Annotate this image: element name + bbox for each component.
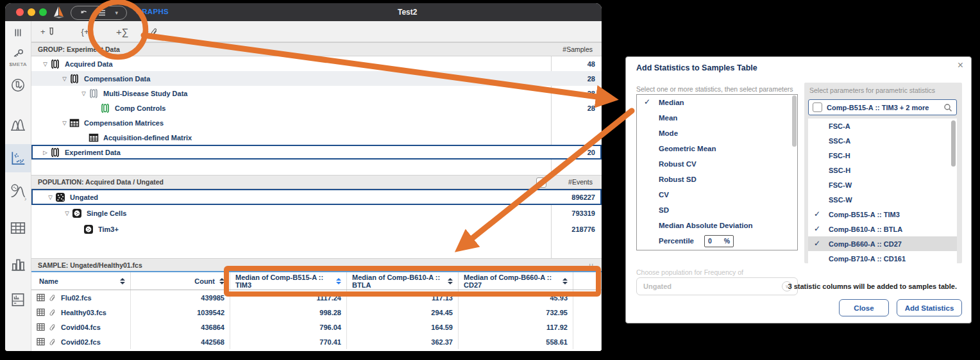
population-icon [83,224,94,234]
column-header-median-tim3[interactable]: Median of Comp-B515-A :: TIM3 [230,272,347,290]
minimize-window-button[interactable] [28,8,35,16]
sidebar-item-qc[interactable] [5,78,31,93]
sort-icon[interactable] [448,278,453,284]
parameter-filter-box[interactable]: Comp-B515-A :: TIM3 + 2 more [808,99,957,115]
sidebar-item-graph-window[interactable] [5,144,31,172]
tree-expander-icon[interactable]: ▷ [40,149,50,156]
select-all-checkbox[interactable] [813,102,822,112]
median-cd27-value: 117.92 [459,320,573,334]
sidebar-item-report[interactable] [5,291,31,308]
undo-icon[interactable] [80,8,89,17]
column-header-name[interactable]: Name [31,272,131,290]
sort-icon[interactable] [336,278,341,284]
tree-expander-icon[interactable]: ▽ [62,210,72,217]
sort-icon[interactable] [120,278,125,284]
median-tim3-value: 1117.24 [230,290,347,305]
parameter-option[interactable]: ✓ Comp-B660-A :: CD27 [808,236,957,251]
add-keyword-button[interactable]: + [144,27,158,37]
scrollbar-thumb[interactable] [951,120,956,167]
close-icon[interactable]: × [958,60,963,71]
tree-expander-icon[interactable]: ▽ [79,90,89,97]
frequency-label: Choose population for Frequency of [636,268,743,276]
parameter-option[interactable]: ✓ SSC-H [808,163,957,177]
parameter-option[interactable]: ✓ Comp-B515-A :: TIM3 [808,207,957,222]
statistic-option[interactable]: ✓ Percentile % [637,233,797,249]
parameter-option[interactable]: ✓ Comp-B710-A :: CD161 [808,251,957,263]
sidebar-item-table[interactable] [5,220,31,236]
sample-table-row[interactable]: Healthy03.fcs 1039542 998.28 294.45 732.… [31,305,602,320]
group-tree-row[interactable]: ▽ Multi-Disease Study Data 28 [31,86,602,101]
statistic-option[interactable]: ✓ Median [637,95,797,110]
statistic-option[interactable]: ✓ CV [637,187,797,202]
samples-panel: SAMPLE: Ungated/Healthy01.fcs ∪ Name Cou… [31,258,602,351]
events-column-header[interactable]: #Events [548,178,596,186]
paperclip-icon [150,28,158,36]
parameter-option[interactable]: ✓ FSC-A [808,119,957,133]
tree-expander-icon[interactable]: ▽ [60,76,69,82]
group-tree-row[interactable]: Comp Controls 28 [31,101,602,115]
app-logo-icon [53,6,65,19]
parameter-option[interactable]: ✓ Comp-B610-A :: BTLA [808,222,957,236]
parameter-option[interactable]: ✓ SSC-A [808,133,957,148]
sidebar-item-gating[interactable]: › [5,183,31,199]
scrollbar-thumb[interactable] [792,95,797,147]
statistic-option[interactable]: ✓ Median Absolute Deviation [637,218,797,233]
sort-icon[interactable] [219,278,224,284]
group-tree-row[interactable]: ▽ Compensation Data 28 [31,71,602,86]
parameter-option[interactable]: ✓ FSC-H [808,148,957,163]
add-statistics-button[interactable]: Add Statistics [897,299,962,316]
sort-icon[interactable] [562,278,568,284]
zoom-window-button[interactable] [39,8,47,16]
sidebar-item-bar-chart[interactable] [5,256,31,272]
sample-table-row[interactable]: Covid04.fcs 436864 796.04 164.59 117.92 [31,320,602,334]
add-statistic-button[interactable]: +∑ [116,26,128,37]
population-tree-row[interactable]: ▽ Ungated 896227 [31,189,602,205]
statistic-label: Mean [659,114,677,122]
table-options-icon[interactable]: ∪ [589,261,594,270]
sample-table-row[interactable]: Covid02.fcs 442568 770.41 362.37 558.61 [31,334,602,349]
tree-expander-icon[interactable]: ▽ [60,120,69,126]
column-header-median-btla[interactable]: Median of Comp-B610-A :: BTLA [347,272,459,290]
tab-graphs[interactable]: GRAPHS [136,8,169,15]
scatter-plot-icon [10,150,26,167]
caret-down-icon[interactable]: ▾ [115,10,119,16]
sidebar-item-histogram[interactable] [5,116,31,133]
tree-expander-icon[interactable]: ▽ [40,61,50,67]
samples-column-header[interactable]: #Samples [548,45,596,53]
sidebar-item-panel-toggle[interactable] [5,26,31,40]
list-icon[interactable] [97,8,106,17]
statistic-option[interactable]: ✓ Geometric Mean [637,141,797,156]
dialog-title: Add Statistics to Samples Table [636,63,757,72]
parameter-option[interactable]: ✓ FSC-W [808,177,957,192]
group-tree-row[interactable]: ▽ Compensation Matrices [31,115,602,130]
population-tree-row[interactable]: ▽ Single Cells 793319 [31,205,602,221]
add-group-button[interactable]: {+} [81,27,92,37]
sample-table-row[interactable]: Flu02.fcs 439985 1117.24 117.13 45.93 [31,290,602,305]
statistic-option[interactable]: ✓ Mode [637,126,797,141]
statistic-option[interactable]: ✓ Robust SD [637,172,797,187]
group-tree-row[interactable]: ▽ Acquired Data 48 [31,56,602,71]
statistic-option[interactable]: ✓ SD [637,202,797,218]
group-header-label: GROUP: Experiment Data [38,45,120,53]
column-header-median-cd27[interactable]: Median of Comp-B660-A :: CD27 [459,272,573,290]
close-window-button[interactable] [16,8,24,16]
percentile-input[interactable] [708,237,720,245]
close-button[interactable]: Close [839,299,889,316]
statistic-option[interactable]: ✓ Robust CV [637,156,797,172]
group-sample-count: 20 [550,149,600,156]
frequency-population-dropdown[interactable]: Ungated ∨ [636,277,798,295]
left-sidebar: $META › [5,21,31,351]
sidebar-item-meta-keywords[interactable]: $META [5,47,31,67]
population-header-checkbox[interactable] [536,177,546,188]
add-sample-button[interactable]: + [40,27,56,37]
group-tree-row[interactable]: Acquisition-defined Matrix [31,130,602,145]
parameter-option[interactable]: ✓ SSC-W [808,192,957,207]
population-tree-row[interactable]: Tim3+ 218776 [31,221,602,237]
tree-expander-icon[interactable]: ▽ [46,194,55,200]
history-pill-control[interactable]: ▾ [71,6,127,20]
expand-more-icon[interactable]: › [24,195,26,202]
column-header-count[interactable]: Count [131,272,230,290]
search-icon[interactable] [943,103,952,112]
statistic-option[interactable]: ✓ Mean [637,110,797,126]
group-tree-row[interactable]: ▷ Experiment Data 20 [31,145,602,160]
